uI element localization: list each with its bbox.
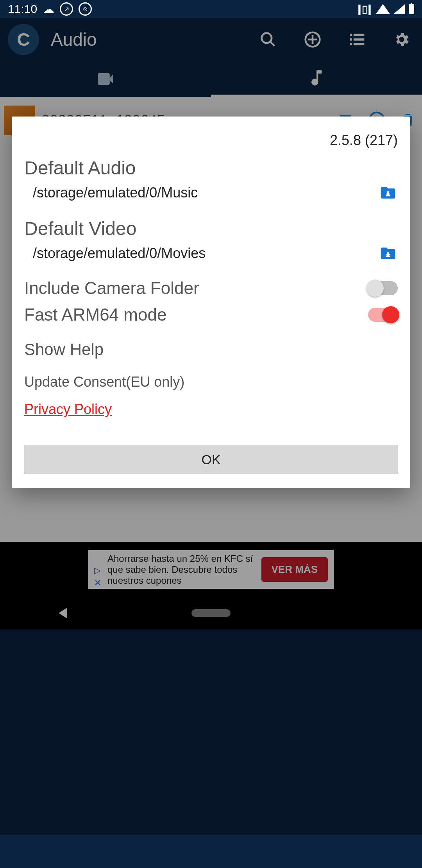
include-camera-label: Include Camera Folder xyxy=(24,278,199,298)
update-consent-link[interactable]: Update Consent(EU only) xyxy=(24,374,398,390)
status-bar: 11:10 ☁ ↗ ⦸ ❙▯❙ xyxy=(0,0,422,18)
fast-arm-label: Fast ARM64 mode xyxy=(24,305,166,325)
vibrate-icon: ❙▯❙ xyxy=(355,3,372,15)
status-time: 11:10 xyxy=(8,2,37,16)
default-video-heading: Default Video xyxy=(24,218,398,239)
pick-video-folder-button[interactable] xyxy=(378,245,398,262)
ok-button[interactable]: OK xyxy=(24,445,398,474)
include-camera-toggle[interactable] xyxy=(368,281,398,295)
app-version: 2.5.8 (217) xyxy=(24,132,398,149)
default-audio-heading: Default Audio xyxy=(24,157,398,179)
default-audio-path: /storage/emulated/0/Music xyxy=(33,185,370,201)
settings-dialog: 2.5.8 (217) Default Audio /storage/emula… xyxy=(12,117,410,488)
sync-pending-icon: ↗ xyxy=(60,2,73,16)
dnd-icon: ⦸ xyxy=(79,2,92,16)
default-video-path: /storage/emulated/0/Movies xyxy=(33,245,370,262)
cloud-icon: ☁ xyxy=(43,2,54,16)
wifi-icon xyxy=(376,4,390,14)
fast-arm-toggle[interactable] xyxy=(368,308,398,322)
show-help-link[interactable]: Show Help xyxy=(24,340,398,359)
pick-audio-folder-button[interactable] xyxy=(378,184,398,201)
privacy-policy-link[interactable]: Privacy Policy xyxy=(24,401,112,418)
signal-icon xyxy=(394,4,405,14)
battery-icon xyxy=(409,4,414,14)
